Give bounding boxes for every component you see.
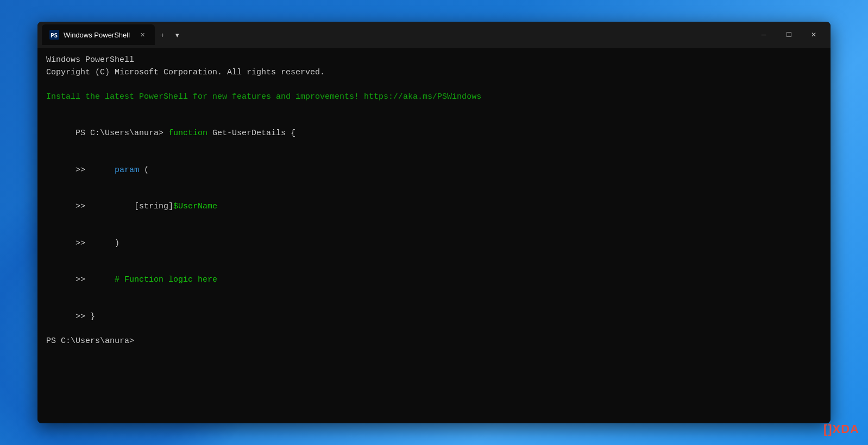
command-line-2: >> param (: [46, 152, 822, 189]
closing-brace: }: [85, 312, 95, 321]
comment-text: # Function logic here: [85, 275, 217, 284]
prompt-4: >>: [76, 239, 85, 248]
command-line-6: >> }: [46, 298, 822, 335]
titlebar: PS Windows PowerShell ✕ + ▾ ─ ☐ ✕: [37, 22, 831, 48]
type-string: [string]: [85, 202, 173, 211]
minimize-button[interactable]: ─: [751, 26, 776, 43]
output-line-4: Install the latest PowerShell for new fe…: [46, 91, 822, 104]
prompt-6: >>: [76, 312, 85, 321]
terminal-output[interactable]: Windows PowerShell Copyright (C) Microso…: [37, 48, 831, 423]
tab-title-label: Windows PowerShell: [64, 31, 130, 39]
prompt-5: >>: [76, 275, 85, 284]
command-line-4: >> ): [46, 225, 822, 262]
output-line-2: Copyright (C) Microsoft Corporation. All…: [46, 67, 822, 79]
output-line-1: Windows PowerShell: [46, 54, 822, 67]
prompt-2: >>: [76, 166, 85, 175]
tab-close-button[interactable]: ✕: [137, 30, 147, 40]
window-controls: ─ ☐ ✕: [751, 26, 826, 43]
keyword-function: function: [168, 129, 207, 138]
paren-close: ): [85, 239, 119, 248]
new-tab-button[interactable]: +: [155, 28, 170, 42]
prompt-3: >>: [76, 202, 85, 211]
powershell-window: PS Windows PowerShell ✕ + ▾ ─ ☐ ✕ Window…: [37, 22, 831, 423]
command-line-3: >> [string]$UserName: [46, 189, 822, 226]
prompt-1: PS C:\Users\anura>: [76, 129, 168, 138]
final-prompt: PS C:\Users\anura>: [46, 335, 822, 348]
output-line-5: [46, 103, 822, 116]
function-name: Get-UserDetails {: [207, 129, 295, 138]
close-button[interactable]: ✕: [801, 26, 826, 43]
maximize-button[interactable]: ☐: [776, 26, 801, 43]
command-line-5: >> # Function logic here: [46, 262, 822, 299]
command-line-1: PS C:\Users\anura> function Get-UserDeta…: [46, 116, 822, 152]
output-line-3: [46, 79, 822, 91]
svg-text:PS: PS: [51, 32, 58, 39]
paren-open: (: [139, 166, 149, 175]
powershell-icon: PS: [49, 30, 59, 40]
variable-username: $UserName: [173, 202, 217, 211]
tab-dropdown-button[interactable]: ▾: [170, 28, 185, 42]
keyword-param: param: [85, 166, 139, 175]
active-tab[interactable]: PS Windows PowerShell ✕: [42, 24, 155, 45]
